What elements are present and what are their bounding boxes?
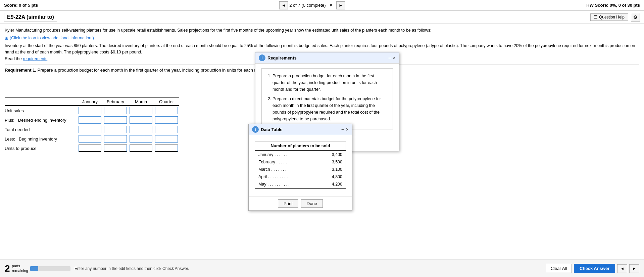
requirements-link[interactable]: requirements: [23, 56, 47, 61]
month-label: May . . . . . . . . . .: [255, 181, 317, 188]
data-table-link[interactable]: ⊞ (Click the icon to view additional inf…: [5, 36, 639, 41]
clear-all-button[interactable]: Clear All: [546, 264, 572, 273]
grid-icon: ⊞: [5, 36, 8, 41]
cell-total-needed-qtr[interactable]: [154, 125, 179, 134]
input-begin-inv-jan[interactable]: [79, 135, 101, 143]
month-label: January . . . . . .: [255, 151, 317, 158]
hw-score-label: HW Score: 0%, 0 of 30 pts: [586, 3, 640, 8]
input-total-needed-jan[interactable]: [79, 126, 101, 133]
month-value: 3,500: [317, 158, 346, 166]
budget-table: January February March Quarter Unit sale…: [5, 97, 179, 153]
input-begin-inv-mar[interactable]: [130, 135, 152, 143]
cell-ending-inv-feb[interactable]: [103, 115, 128, 125]
input-units-produce-jan[interactable]: [79, 145, 101, 152]
parts-number: 2: [5, 263, 10, 274]
list-item: May . . . . . . . . . .4,200: [255, 181, 346, 188]
input-unit-sales-feb[interactable]: [104, 107, 127, 114]
cell-total-needed-mar[interactable]: [128, 125, 154, 134]
cell-total-needed-jan[interactable]: [77, 125, 103, 134]
data-dialog-titlebar: i Data Table − ×: [249, 124, 352, 135]
cell-begin-inv-qtr[interactable]: [154, 134, 179, 144]
input-ending-inv-mar[interactable]: [130, 116, 152, 124]
cell-ending-inv-jan[interactable]: [77, 115, 103, 125]
nav-center: ◄ 2 of 7 (0 complete) ▼ ►: [279, 1, 345, 9]
input-total-needed-mar[interactable]: [130, 126, 152, 133]
input-ending-inv-jan[interactable]: [79, 116, 101, 124]
row-label-begin-inv: Less: Beginning inventory: [5, 134, 77, 144]
data-close-button[interactable]: ×: [346, 127, 349, 132]
top-bar: Score: 0 of 5 pts ◄ 2 of 7 (0 complete) …: [0, 0, 644, 11]
cell-total-needed-feb[interactable]: [103, 125, 128, 134]
input-begin-inv-qtr[interactable]: [155, 135, 178, 143]
question-help-button[interactable]: ☰ Question Help: [590, 13, 628, 21]
score-label: Score: 0 of 5 pts: [4, 3, 38, 8]
data-done-button[interactable]: Done: [301, 199, 323, 208]
header-label-col: [5, 98, 77, 106]
row-label-total-needed: Total needed: [5, 125, 77, 134]
data-dialog-title: i Data Table: [252, 126, 283, 133]
title-bar: E9-22A (similar to) ☰ Question Help ⚙: [0, 11, 644, 24]
table-row: Units to produce: [5, 144, 179, 153]
month-value: 4,800: [317, 173, 346, 181]
enter-instructions: Enter any number in the edit fields and …: [75, 266, 189, 271]
nav-prev-button[interactable]: ◄: [279, 1, 288, 9]
input-ending-inv-feb[interactable]: [104, 116, 127, 124]
table-row: Unit sales: [5, 106, 179, 115]
cell-unit-sales-mar[interactable]: [128, 106, 154, 115]
input-begin-inv-feb[interactable]: [104, 135, 127, 143]
input-units-produce-mar[interactable]: [130, 145, 152, 152]
list-item: Prepare a direct materials budget for th…: [273, 95, 388, 122]
data-print-button[interactable]: Print: [278, 199, 298, 208]
cell-ending-inv-mar[interactable]: [128, 115, 154, 125]
input-total-needed-feb[interactable]: [104, 126, 127, 133]
cell-units-produce-mar[interactable]: [128, 144, 154, 153]
month-label: February . . . . .: [255, 158, 317, 166]
list-icon: ☰: [594, 15, 598, 19]
month-value: 3,400: [317, 151, 346, 158]
header-january: January: [77, 98, 103, 106]
cell-units-produce-jan[interactable]: [77, 144, 103, 153]
bottom-right: Clear All Check Answer ◄ ►: [546, 264, 639, 273]
intro-text: Kyler Manufacturing produces self-wateri…: [5, 27, 639, 34]
input-total-needed-qtr[interactable]: [155, 126, 178, 133]
list-item: January . . . . . .3,400: [255, 151, 346, 158]
data-dialog-footer: Print Done: [249, 196, 352, 210]
header-quarter: Quarter: [154, 98, 179, 106]
bottom-nav-prev-button[interactable]: ◄: [617, 264, 627, 273]
cell-unit-sales-jan[interactable]: [77, 106, 103, 115]
bottom-nav-next-button[interactable]: ►: [629, 264, 639, 273]
requirements-minimize-button[interactable]: −: [388, 55, 391, 61]
table-row: Total needed: [5, 125, 179, 134]
cell-units-produce-feb[interactable]: [103, 144, 128, 153]
input-units-produce-qtr[interactable]: [155, 145, 178, 152]
bottom-bar: 2 partsremaining Enter any number in the…: [0, 260, 644, 277]
row-label-units-produce: Units to produce: [5, 144, 77, 153]
settings-button[interactable]: ⚙: [631, 13, 640, 22]
input-units-produce-feb[interactable]: [104, 145, 127, 152]
table-row: Plus: Desired ending inventory: [5, 115, 179, 125]
input-unit-sales-qtr[interactable]: [155, 107, 178, 114]
cell-ending-inv-qtr[interactable]: [154, 115, 179, 125]
input-unit-sales-jan[interactable]: [79, 107, 101, 114]
requirements-close-button[interactable]: ×: [393, 55, 396, 61]
input-ending-inv-qtr[interactable]: [155, 116, 178, 124]
month-label: April . . . . . . . . .: [255, 173, 317, 181]
nav-dropdown-button[interactable]: ▼: [327, 1, 335, 9]
check-answer-button[interactable]: Check Answer: [574, 264, 615, 273]
cell-unit-sales-qtr[interactable]: [154, 106, 179, 115]
cell-begin-inv-feb[interactable]: [103, 134, 128, 144]
data-table-header: Number of planters to be sold: [255, 142, 346, 151]
requirements-dialog-title: i Requirements: [259, 54, 297, 61]
input-unit-sales-mar[interactable]: [130, 107, 152, 114]
cell-unit-sales-feb[interactable]: [103, 106, 128, 115]
requirements-dialog-controls: − ×: [388, 55, 396, 61]
cell-units-produce-qtr[interactable]: [154, 144, 179, 153]
cell-begin-inv-jan[interactable]: [77, 134, 103, 144]
data-info-icon: i: [252, 126, 259, 133]
progress-bar-fill: [30, 266, 38, 271]
nav-next-button[interactable]: ►: [336, 1, 345, 9]
data-minimize-button[interactable]: −: [341, 127, 344, 132]
month-value: 3,100: [317, 166, 346, 173]
cell-begin-inv-mar[interactable]: [128, 134, 154, 144]
list-item: April . . . . . . . . .4,800: [255, 173, 346, 181]
